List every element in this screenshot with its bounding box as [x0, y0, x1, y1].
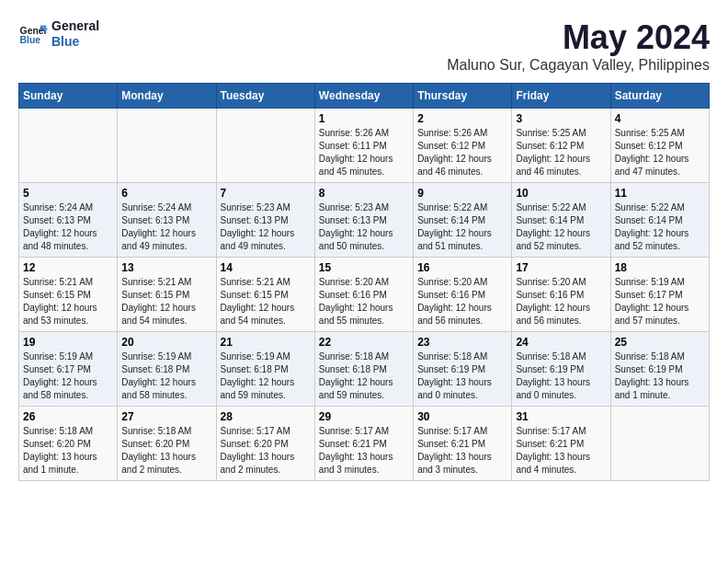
day-number: 12	[23, 261, 113, 274]
day-info: Sunrise: 5:17 AM Sunset: 6:20 PM Dayligh…	[221, 425, 311, 477]
day-number: 17	[516, 261, 606, 274]
main-title: May 2024	[447, 18, 710, 57]
calendar-week-row: 12Sunrise: 5:21 AM Sunset: 6:15 PM Dayli…	[19, 258, 710, 332]
calendar-cell: 28Sunrise: 5:17 AM Sunset: 6:20 PM Dayli…	[216, 407, 314, 481]
day-info: Sunrise: 5:19 AM Sunset: 6:18 PM Dayligh…	[121, 350, 211, 402]
calendar-cell: 24Sunrise: 5:18 AM Sunset: 6:19 PM Dayli…	[512, 332, 610, 407]
title-block: May 2024 Maluno Sur, Cagayan Valley, Phi…	[447, 18, 710, 74]
logo: General Blue General Blue	[18, 18, 99, 50]
day-info: Sunrise: 5:19 AM Sunset: 6:18 PM Dayligh…	[221, 350, 311, 402]
calendar-week-row: 5Sunrise: 5:24 AM Sunset: 6:13 PM Daylig…	[19, 183, 710, 258]
logo-icon: General Blue	[18, 19, 48, 49]
day-number: 31	[516, 410, 606, 423]
calendar-cell: 6Sunrise: 5:24 AM Sunset: 6:13 PM Daylig…	[118, 183, 216, 258]
day-number: 18	[615, 261, 705, 274]
calendar-cell: 7Sunrise: 5:23 AM Sunset: 6:13 PM Daylig…	[216, 183, 314, 258]
calendar-cell: 16Sunrise: 5:20 AM Sunset: 6:16 PM Dayli…	[414, 258, 512, 332]
day-number: 19	[23, 336, 113, 349]
calendar-cell: 23Sunrise: 5:18 AM Sunset: 6:19 PM Dayli…	[414, 332, 512, 407]
day-number: 13	[121, 261, 211, 274]
day-of-week-saturday: Saturday	[610, 84, 709, 109]
day-number: 26	[23, 410, 113, 423]
day-info: Sunrise: 5:21 AM Sunset: 6:15 PM Dayligh…	[23, 276, 113, 327]
day-of-week-thursday: Thursday	[414, 84, 512, 109]
calendar-cell: 9Sunrise: 5:22 AM Sunset: 6:14 PM Daylig…	[414, 183, 512, 258]
calendar-cell	[216, 109, 314, 183]
day-info: Sunrise: 5:17 AM Sunset: 6:21 PM Dayligh…	[319, 425, 409, 477]
day-info: Sunrise: 5:26 AM Sunset: 6:12 PM Dayligh…	[417, 127, 507, 178]
day-info: Sunrise: 5:21 AM Sunset: 6:15 PM Dayligh…	[121, 276, 211, 327]
day-number: 5	[23, 187, 113, 200]
day-info: Sunrise: 5:18 AM Sunset: 6:19 PM Dayligh…	[615, 350, 705, 402]
svg-text:Blue: Blue	[20, 35, 41, 45]
day-info: Sunrise: 5:20 AM Sunset: 6:16 PM Dayligh…	[417, 276, 507, 327]
day-number: 2	[417, 112, 507, 125]
day-info: Sunrise: 5:24 AM Sunset: 6:13 PM Dayligh…	[121, 201, 211, 253]
day-info: Sunrise: 5:20 AM Sunset: 6:16 PM Dayligh…	[319, 276, 409, 327]
calendar-week-row: 1Sunrise: 5:26 AM Sunset: 6:11 PM Daylig…	[19, 109, 710, 183]
day-number: 10	[516, 187, 606, 200]
calendar-table: SundayMondayTuesdayWednesdayThursdayFrid…	[18, 83, 710, 481]
calendar-cell: 13Sunrise: 5:21 AM Sunset: 6:15 PM Dayli…	[118, 258, 216, 332]
calendar-cell: 19Sunrise: 5:19 AM Sunset: 6:17 PM Dayli…	[19, 332, 118, 407]
day-number: 28	[221, 410, 311, 423]
calendar-cell: 21Sunrise: 5:19 AM Sunset: 6:18 PM Dayli…	[216, 332, 314, 407]
page-header: General Blue General Blue May 2024 Malun…	[18, 18, 710, 74]
day-number: 27	[121, 410, 211, 423]
day-number: 7	[221, 187, 311, 200]
calendar-week-row: 19Sunrise: 5:19 AM Sunset: 6:17 PM Dayli…	[19, 332, 710, 407]
day-info: Sunrise: 5:25 AM Sunset: 6:12 PM Dayligh…	[615, 127, 705, 178]
day-info: Sunrise: 5:18 AM Sunset: 6:18 PM Dayligh…	[319, 350, 409, 402]
calendar-cell: 8Sunrise: 5:23 AM Sunset: 6:13 PM Daylig…	[314, 183, 413, 258]
day-of-week-wednesday: Wednesday	[314, 84, 413, 109]
calendar-cell: 22Sunrise: 5:18 AM Sunset: 6:18 PM Dayli…	[314, 332, 413, 407]
calendar-cell: 31Sunrise: 5:17 AM Sunset: 6:21 PM Dayli…	[512, 407, 610, 481]
day-of-week-tuesday: Tuesday	[216, 84, 314, 109]
calendar-cell: 12Sunrise: 5:21 AM Sunset: 6:15 PM Dayli…	[19, 258, 118, 332]
calendar-cell	[118, 109, 216, 183]
day-info: Sunrise: 5:19 AM Sunset: 6:17 PM Dayligh…	[615, 276, 705, 327]
day-number: 21	[221, 336, 311, 349]
day-number: 3	[516, 112, 606, 125]
day-number: 30	[417, 410, 507, 423]
calendar-cell: 11Sunrise: 5:22 AM Sunset: 6:14 PM Dayli…	[610, 183, 709, 258]
calendar-cell: 14Sunrise: 5:21 AM Sunset: 6:15 PM Dayli…	[216, 258, 314, 332]
calendar-header-row: SundayMondayTuesdayWednesdayThursdayFrid…	[19, 84, 710, 109]
day-number: 16	[417, 261, 507, 274]
calendar-cell: 30Sunrise: 5:17 AM Sunset: 6:21 PM Dayli…	[414, 407, 512, 481]
day-number: 22	[319, 336, 409, 349]
day-of-week-friday: Friday	[512, 84, 610, 109]
calendar-cell: 3Sunrise: 5:25 AM Sunset: 6:12 PM Daylig…	[512, 109, 610, 183]
calendar-cell: 27Sunrise: 5:18 AM Sunset: 6:20 PM Dayli…	[118, 407, 216, 481]
day-info: Sunrise: 5:19 AM Sunset: 6:17 PM Dayligh…	[23, 350, 113, 402]
calendar-cell: 25Sunrise: 5:18 AM Sunset: 6:19 PM Dayli…	[610, 332, 709, 407]
day-info: Sunrise: 5:22 AM Sunset: 6:14 PM Dayligh…	[417, 201, 507, 253]
calendar-cell: 10Sunrise: 5:22 AM Sunset: 6:14 PM Dayli…	[512, 183, 610, 258]
day-info: Sunrise: 5:23 AM Sunset: 6:13 PM Dayligh…	[319, 201, 409, 253]
day-info: Sunrise: 5:25 AM Sunset: 6:12 PM Dayligh…	[516, 127, 606, 178]
calendar-cell: 4Sunrise: 5:25 AM Sunset: 6:12 PM Daylig…	[610, 109, 709, 183]
logo-blue: Blue	[51, 34, 99, 50]
day-number: 11	[615, 187, 705, 200]
day-info: Sunrise: 5:18 AM Sunset: 6:20 PM Dayligh…	[121, 425, 211, 477]
day-info: Sunrise: 5:18 AM Sunset: 6:19 PM Dayligh…	[516, 350, 606, 402]
day-number: 8	[319, 187, 409, 200]
calendar-cell: 1Sunrise: 5:26 AM Sunset: 6:11 PM Daylig…	[314, 109, 413, 183]
day-info: Sunrise: 5:18 AM Sunset: 6:20 PM Dayligh…	[23, 425, 113, 477]
day-info: Sunrise: 5:21 AM Sunset: 6:15 PM Dayligh…	[221, 276, 311, 327]
day-info: Sunrise: 5:26 AM Sunset: 6:11 PM Dayligh…	[319, 127, 409, 178]
day-of-week-monday: Monday	[118, 84, 216, 109]
day-number: 23	[417, 336, 507, 349]
day-info: Sunrise: 5:17 AM Sunset: 6:21 PM Dayligh…	[516, 425, 606, 477]
day-number: 1	[319, 112, 409, 125]
calendar-cell: 17Sunrise: 5:20 AM Sunset: 6:16 PM Dayli…	[512, 258, 610, 332]
day-info: Sunrise: 5:17 AM Sunset: 6:21 PM Dayligh…	[417, 425, 507, 477]
day-info: Sunrise: 5:22 AM Sunset: 6:14 PM Dayligh…	[516, 201, 606, 253]
day-info: Sunrise: 5:23 AM Sunset: 6:13 PM Dayligh…	[221, 201, 311, 253]
calendar-cell: 18Sunrise: 5:19 AM Sunset: 6:17 PM Dayli…	[610, 258, 709, 332]
day-number: 6	[121, 187, 211, 200]
day-of-week-sunday: Sunday	[19, 84, 118, 109]
day-info: Sunrise: 5:24 AM Sunset: 6:13 PM Dayligh…	[23, 201, 113, 253]
day-number: 9	[417, 187, 507, 200]
day-info: Sunrise: 5:18 AM Sunset: 6:19 PM Dayligh…	[417, 350, 507, 402]
